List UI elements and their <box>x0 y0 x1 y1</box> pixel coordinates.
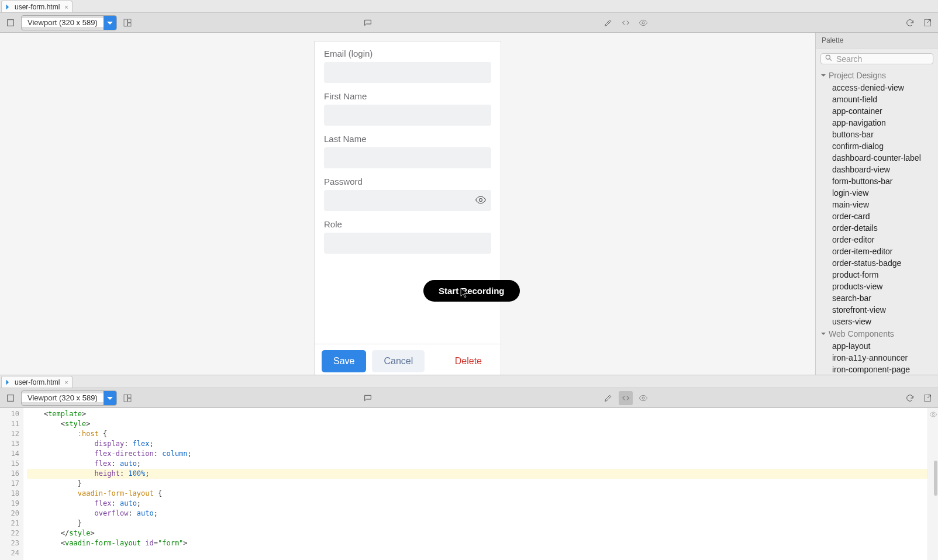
cursor-icon <box>460 288 468 298</box>
refresh-icon[interactable] <box>903 391 917 405</box>
palette-item[interactable]: order-editor <box>820 234 933 246</box>
layout-icon[interactable] <box>120 391 135 405</box>
palette-item[interactable]: order-status-badge <box>820 257 933 269</box>
comment-icon[interactable] <box>361 16 375 30</box>
palette-group-project-designs: Project Designs access-denied-viewamount… <box>816 69 938 327</box>
palette-item[interactable]: dashboard-counter-label <box>820 152 933 164</box>
field-email: Email (login) <box>324 49 491 83</box>
viewport-select[interactable]: Viewport (320 x 589) <box>21 390 117 406</box>
search-icon <box>825 54 833 64</box>
pencil-icon[interactable] <box>601 391 615 405</box>
palette-item[interactable]: order-item-editor <box>820 246 933 257</box>
palette-item[interactable]: iron-component-page <box>820 364 933 375</box>
layout-icon[interactable] <box>120 16 135 30</box>
code-toolbar: Viewport (320 x 589) <box>0 388 938 408</box>
svg-rect-10 <box>127 395 130 397</box>
code-icon[interactable] <box>619 391 633 405</box>
svg-rect-11 <box>127 398 130 401</box>
chevron-down-icon[interactable] <box>104 16 116 30</box>
palette-item[interactable]: users-view <box>820 316 933 327</box>
designer-toolbar: Viewport (320 x 589) <box>0 13 938 33</box>
viewport-label: Viewport (320 x 589) <box>22 393 104 402</box>
field-label: Password <box>324 177 491 186</box>
comment-icon[interactable] <box>361 391 375 405</box>
eye-icon[interactable] <box>475 194 487 208</box>
pencil-icon[interactable] <box>601 16 615 30</box>
search-placeholder: Search <box>836 54 862 64</box>
file-icon <box>5 379 12 386</box>
delete-button[interactable]: Delete <box>443 350 494 372</box>
popout-icon[interactable] <box>920 391 934 405</box>
svg-point-14 <box>932 413 934 416</box>
palette-item[interactable]: login-view <box>820 187 933 199</box>
start-recording-badge[interactable]: Start Recording <box>423 280 520 302</box>
palette-item[interactable]: iron-a11y-announcer <box>820 352 933 364</box>
palette-item[interactable]: storefront-view <box>820 304 933 316</box>
file-tab[interactable]: user-form.html × <box>1 1 73 12</box>
palette-item[interactable]: access-denied-view <box>820 82 933 94</box>
palette-item[interactable]: form-buttons-bar <box>820 175 933 187</box>
first-name-input[interactable] <box>324 105 491 126</box>
group-title: Project Designs <box>829 71 886 80</box>
palette-item[interactable]: app-container <box>820 105 933 117</box>
bounds-icon[interactable] <box>4 391 18 405</box>
palette-item[interactable]: app-layout <box>820 340 933 352</box>
palette-item[interactable]: dashboard-view <box>820 164 933 175</box>
save-button[interactable]: Save <box>322 350 366 372</box>
refresh-icon[interactable] <box>903 16 917 30</box>
code-body[interactable]: <template> <style> :host { display: flex… <box>23 408 927 560</box>
palette-item[interactable]: products-view <box>820 281 933 292</box>
palette-item[interactable]: amount-field <box>820 94 933 105</box>
chevron-down-icon[interactable] <box>104 391 116 405</box>
viewport-select[interactable]: Viewport (320 x 589) <box>21 15 117 30</box>
palette-panel: Palette Search Project Designs access-de… <box>815 33 938 375</box>
file-icon <box>5 4 12 11</box>
palette-item[interactable]: order-card <box>820 210 933 222</box>
canvas-area: Email (login) First Name Last Name Passw… <box>0 33 815 375</box>
svg-point-6 <box>480 198 482 201</box>
code-editor[interactable]: 101112131415161718192021222324 <template… <box>0 408 938 560</box>
palette-group-web-components: Web Components app-layoutiron-a11y-annou… <box>816 327 938 375</box>
bottom-tab-row: user-form.html × <box>0 375 938 388</box>
palette-group-header[interactable]: Web Components <box>820 327 933 340</box>
bounds-icon[interactable] <box>4 16 18 30</box>
palette-title: Palette <box>816 33 938 49</box>
chevron-down-icon <box>820 329 826 338</box>
last-name-input[interactable] <box>324 147 491 168</box>
preview-icon[interactable] <box>636 391 650 405</box>
field-label: Email (login) <box>324 49 491 58</box>
svg-rect-0 <box>8 19 14 26</box>
svg-rect-2 <box>127 19 130 22</box>
palette-search[interactable]: Search <box>820 53 933 64</box>
palette-item[interactable]: app-navigation <box>820 117 933 129</box>
file-tab[interactable]: user-form.html × <box>1 376 73 388</box>
form-canvas: Email (login) First Name Last Name Passw… <box>314 41 501 375</box>
preview-icon[interactable] <box>636 16 650 30</box>
popout-icon[interactable] <box>920 16 934 30</box>
palette-item[interactable]: buttons-bar <box>820 129 933 140</box>
palette-item[interactable]: search-bar <box>820 292 933 304</box>
svg-point-12 <box>642 397 644 399</box>
close-icon[interactable]: × <box>62 379 68 386</box>
palette-item[interactable]: order-details <box>820 222 933 234</box>
palette-item[interactable]: confirm-dialog <box>820 140 933 152</box>
line-gutter: 101112131415161718192021222324 <box>0 408 23 560</box>
password-input[interactable] <box>324 190 491 211</box>
eye-icon[interactable] <box>929 410 937 420</box>
scrollbar-thumb[interactable] <box>934 461 937 496</box>
close-icon[interactable]: × <box>62 4 68 11</box>
file-tab-label: user-form.html <box>15 378 60 386</box>
palette-group-items: access-denied-viewamount-fieldapp-contai… <box>820 82 933 327</box>
cancel-button[interactable]: Cancel <box>372 350 425 372</box>
svg-point-4 <box>642 22 644 24</box>
palette-group-header[interactable]: Project Designs <box>820 69 933 82</box>
palette-item[interactable]: product-form <box>820 269 933 281</box>
code-icon[interactable] <box>619 16 633 30</box>
palette-item[interactable]: main-view <box>820 199 933 210</box>
svg-point-7 <box>826 55 830 59</box>
role-input[interactable] <box>324 233 491 254</box>
field-label: Role <box>324 219 491 229</box>
email-input[interactable] <box>324 62 491 83</box>
tab-row: user-form.html × <box>0 0 938 13</box>
bottom-pane: user-form.html × Viewport (320 x 589) <box>0 375 938 560</box>
